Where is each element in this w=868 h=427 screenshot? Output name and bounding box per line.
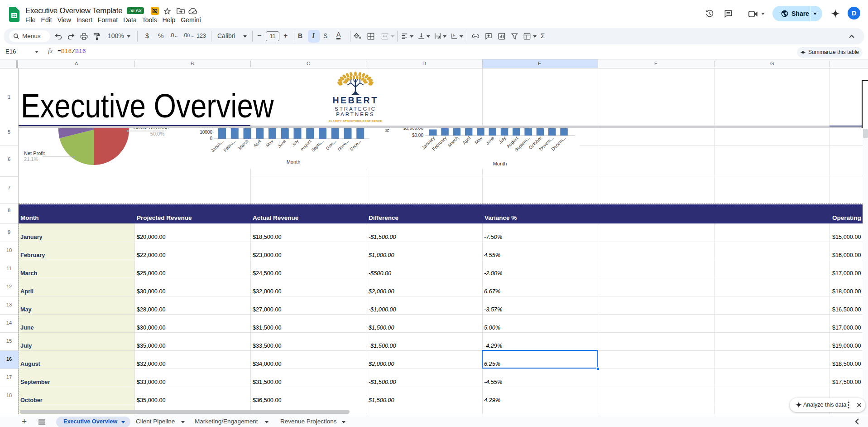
svg-text:May: May (474, 136, 483, 145)
svg-text:Febru...: Febru... (222, 139, 236, 153)
svg-text:0: 0 (210, 136, 212, 141)
svg-text:Septe...: Septe... (310, 139, 324, 153)
svg-text:May: May (265, 138, 274, 148)
svg-text:$0.00: $0.00 (412, 133, 423, 138)
svg-text:Nove...: Nove... (336, 139, 350, 152)
svg-text:HEBERT: HEBERT (332, 95, 378, 105)
svg-text:June: June (277, 139, 287, 149)
svg-text:STRATEGIC: STRATEGIC (335, 106, 376, 112)
svg-text:10000: 10000 (200, 130, 212, 135)
svg-text:CLARITY·STRUCTURE·CONFIDENCE: CLARITY·STRUCTURE·CONFIDENCE (329, 120, 382, 122)
svg-text:March: March (237, 139, 249, 150)
svg-text:PARTNERS: PARTNERS (336, 112, 375, 117)
svg-text:July: July (498, 136, 507, 145)
svg-text:Octo...: Octo... (325, 139, 337, 151)
svg-text:21.1%: 21.1% (24, 156, 38, 162)
svg-text:N: N (385, 129, 390, 132)
svg-text:June: June (484, 135, 495, 146)
svg-text:Dece...: Dece... (349, 139, 362, 152)
svg-text:March: March (447, 136, 459, 148)
svg-text:Month: Month (493, 161, 507, 166)
svg-text:July: July (291, 138, 300, 147)
svg-text:50.0%: 50.0% (150, 131, 164, 136)
svg-text:A: A (452, 33, 456, 37)
svg-text:Net Profit: Net Profit (24, 150, 45, 156)
svg-text:Month: Month (287, 159, 301, 165)
svg-text:April: April (252, 139, 262, 148)
svg-text:$5,000.00: $5,000.00 (403, 128, 424, 131)
svg-text:April: April (461, 136, 471, 146)
svg-text:Actual Revenue: Actual Revenue (134, 128, 169, 130)
